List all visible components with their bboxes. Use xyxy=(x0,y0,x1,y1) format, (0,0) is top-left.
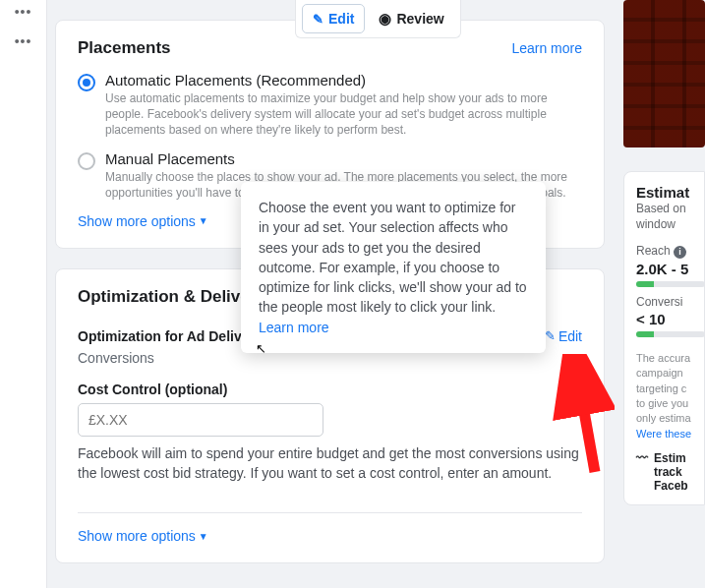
review-button[interactable]: ◉ Review xyxy=(369,4,453,33)
conv-bar xyxy=(636,331,705,337)
conv-value: < 10 xyxy=(636,311,704,327)
auto-label: Automatic Placements (Recommended) xyxy=(105,72,582,88)
manual-label: Manual Placements xyxy=(105,150,582,167)
placements-title: Placements xyxy=(78,38,171,58)
edit-button[interactable]: ✎ Edit xyxy=(302,4,365,33)
radio-unchecked-icon[interactable] xyxy=(78,152,95,170)
edit-delivery-button[interactable]: ✎ Edit xyxy=(545,328,582,344)
pencil-icon: ✎ xyxy=(313,12,323,27)
tooltip-body: Choose the event you want to optimize fo… xyxy=(259,200,527,315)
show-more-button[interactable]: Show more options ▼ xyxy=(78,528,208,544)
edit-label: Edit xyxy=(558,328,582,344)
conv-label: Conversi xyxy=(636,295,704,309)
learn-more-link[interactable]: Learn more xyxy=(511,40,582,56)
delivery-label: Optimization for Ad Delivery xyxy=(78,328,263,344)
est-title: Estimat xyxy=(636,184,704,201)
show-more-button[interactable]: Show more options ▼ xyxy=(78,213,208,229)
pencil-icon: ✎ xyxy=(545,328,556,343)
reach-value: 2.0K - 5 xyxy=(636,261,704,277)
left-rail: ••• ••• xyxy=(0,0,47,588)
show-more-label: Show more options xyxy=(78,213,196,229)
chevron-down-icon: ▼ xyxy=(199,215,208,226)
optimization-tooltip: Choose the event you want to optimize fo… xyxy=(241,182,546,353)
mode-toggle: ✎ Edit ◉ Review xyxy=(295,0,461,38)
cursor-icon: ↖ xyxy=(256,341,266,356)
fine-print: The accura campaign targeting c to give … xyxy=(636,351,704,441)
ad-preview-image xyxy=(623,0,705,147)
est-sub2: window xyxy=(636,217,676,231)
review-label: Review xyxy=(396,11,443,27)
est-sub1: Based on xyxy=(636,202,686,215)
more-menu-icon[interactable]: ••• xyxy=(12,4,35,22)
more-menu-icon[interactable]: ••• xyxy=(12,33,35,51)
chevron-down-icon: ▼ xyxy=(199,531,208,542)
radio-checked-icon[interactable] xyxy=(78,74,95,91)
activity-icon: 〰 xyxy=(636,451,648,493)
feedback-link[interactable]: Were these xyxy=(636,428,691,440)
tracking-row: 〰 Estim track Faceb xyxy=(636,451,704,493)
reach-bar xyxy=(636,281,705,287)
reach-label: Reach xyxy=(636,244,671,258)
right-column: Estimat Based onwindow Reach i 2.0K - 5 … xyxy=(623,0,705,588)
cost-input[interactable] xyxy=(78,403,323,437)
edit-label: Edit xyxy=(328,11,354,27)
placement-option-auto[interactable]: Automatic Placements (Recommended) Use a… xyxy=(78,72,582,139)
show-more-label: Show more options xyxy=(78,528,196,544)
divider xyxy=(78,512,582,513)
info-icon[interactable]: i xyxy=(674,246,686,259)
auto-desc: Use automatic placements to maximize you… xyxy=(105,90,582,139)
eye-icon: ◉ xyxy=(379,10,391,28)
cost-label: Cost Control (optional) xyxy=(78,382,582,397)
learn-more-link[interactable]: Learn more xyxy=(259,320,329,335)
estimates-card: Estimat Based onwindow Reach i 2.0K - 5 … xyxy=(623,171,705,505)
cost-description: Facebook will aim to spend your entire b… xyxy=(78,444,582,483)
